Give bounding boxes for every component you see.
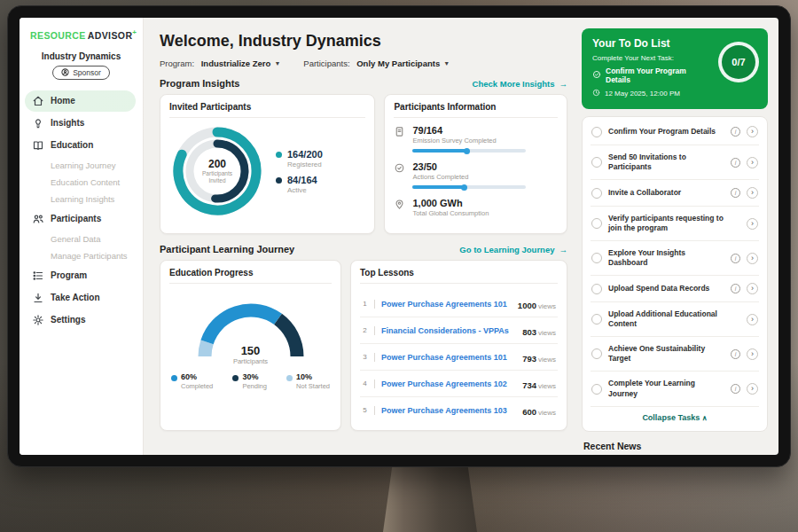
participants-filter-label: Participants:: [303, 59, 349, 68]
stat-actions-completed: 23/50 Actions Completed: [394, 161, 558, 189]
chevron-right-icon[interactable]: ›: [747, 348, 758, 360]
task-row[interactable]: Explore Your Insights Dashboard i ›: [591, 241, 759, 276]
legend-dot: [232, 375, 239, 381]
sponsor-badge-label: Sponsor: [73, 68, 101, 77]
collapse-tasks-button[interactable]: Collapse Tasks ∧: [591, 407, 759, 429]
clipboard-icon: [394, 125, 405, 153]
card-title: Participants Information: [394, 102, 558, 118]
divider: [374, 353, 375, 362]
divider: [374, 300, 375, 309]
book-icon: [32, 139, 44, 152]
sidebar: RESOURCEADVISOR+ Industry Dynamics Spons…: [20, 18, 144, 455]
progress-bar: [412, 185, 526, 189]
chevron-right-icon[interactable]: ›: [747, 157, 758, 168]
task-row[interactable]: Invite a Collaborator i ›: [591, 180, 759, 207]
legend-entry: 60% Completed: [171, 372, 213, 390]
sidebar-item-label: Take Action: [51, 293, 100, 302]
divider: [374, 326, 375, 335]
lessons-list: 1 Power Purchase Agreements 101 1000view…: [360, 291, 558, 423]
lesson-row: 5 Power Purchase Agreements 103 600views: [360, 397, 558, 423]
info-icon[interactable]: i: [731, 127, 740, 137]
chevron-right-icon[interactable]: ›: [747, 218, 758, 230]
sidebar-item-learning-journey[interactable]: Learning Journey: [20, 157, 143, 174]
sidebar-item-settings[interactable]: Settings: [25, 309, 136, 331]
sponsor-badge[interactable]: Sponsor: [52, 66, 110, 80]
chevron-right-icon[interactable]: ›: [747, 283, 758, 294]
task-row[interactable]: Complete Your Learning Journey i ›: [591, 372, 759, 406]
sidebar-item-education[interactable]: Education: [25, 135, 136, 156]
task-row[interactable]: Confirm Your Program Details i ›: [591, 119, 759, 145]
task-checkbox[interactable]: [591, 218, 602, 229]
download-icon: [32, 292, 44, 304]
lesson-link[interactable]: Power Purchase Agreements 102: [381, 379, 516, 388]
sidebar-item-home[interactable]: Home: [25, 90, 136, 112]
sidebar-item-participants[interactable]: Participants: [25, 208, 136, 230]
legend-dot: [171, 375, 177, 381]
info-icon[interactable]: i: [731, 284, 740, 293]
sidebar-item-general-data[interactable]: General Data: [20, 231, 143, 247]
task-checkbox[interactable]: [591, 314, 602, 325]
person-icon: [61, 68, 69, 76]
next-task-label[interactable]: Confirm Your Program Details: [606, 66, 712, 84]
legend-entry: 30% Pending: [232, 372, 267, 390]
chevron-right-icon[interactable]: ›: [747, 126, 758, 137]
legend-dot: [276, 177, 282, 184]
chevron-right-icon[interactable]: ›: [747, 187, 758, 199]
task-row[interactable]: Verify participants requesting to join t…: [591, 207, 759, 241]
chevron-right-icon[interactable]: ›: [747, 253, 758, 264]
info-icon[interactable]: i: [731, 254, 740, 263]
sidebar-item-manage-participants[interactable]: Manage Participants: [20, 247, 143, 264]
lesson-link[interactable]: Power Purchase Agreements 101: [381, 353, 516, 362]
logo-advisor: ADVISOR: [88, 30, 133, 41]
task-checkbox[interactable]: [591, 253, 602, 263]
task-row[interactable]: Achieve One Sustainability Target i ›: [591, 337, 759, 372]
sidebar-item-education-content[interactable]: Education Content: [20, 174, 143, 191]
main-content: Welcome, Industry Dynamics Program: Indu…: [144, 18, 578, 455]
chevron-right-icon[interactable]: ›: [747, 383, 758, 395]
program-select[interactable]: Industrialize Zero ▼: [201, 59, 281, 68]
task-checkbox[interactable]: [591, 284, 602, 294]
task-row[interactable]: Upload Spend Data Records i ›: [591, 276, 759, 302]
gear-icon: [32, 314, 44, 326]
participants-information-card: Participants Information 79/164 Emission…: [384, 94, 567, 234]
sidebar-item-learning-insights[interactable]: Learning Insights: [20, 191, 143, 207]
check-circle-icon: [592, 70, 601, 81]
task-checkbox[interactable]: [591, 348, 602, 359]
location-pin-icon: [394, 198, 405, 217]
program-filter: Program: Industrialize Zero ▼: [160, 59, 280, 68]
lesson-link[interactable]: Financial Considerations - VPPAs: [381, 326, 516, 335]
divider: [374, 406, 375, 415]
info-icon[interactable]: i: [731, 384, 740, 394]
legend-dot: [276, 152, 282, 158]
chevron-down-icon: ▼: [443, 60, 450, 66]
lesson-row: 1 Power Purchase Agreements 101 1000view…: [360, 291, 558, 317]
check-more-insights-link[interactable]: Check More Insights →: [473, 79, 567, 89]
info-icon[interactable]: i: [731, 349, 740, 359]
program-insights-title: Program Insights: [160, 78, 239, 89]
task-checkbox[interactable]: [591, 384, 602, 395]
task-row[interactable]: Send 50 Invitations to Participants i ›: [591, 145, 759, 180]
people-icon: [32, 213, 44, 225]
lesson-link[interactable]: Power Purchase Agreements 101: [381, 300, 512, 309]
sidebar-item-insights[interactable]: Insights: [25, 113, 136, 134]
check-circle-icon: [394, 161, 405, 189]
sidebar-nav: Home Insights Education Learning Journey…: [20, 90, 143, 331]
participants-filter: Participants: Only My Participants ▼: [303, 59, 450, 68]
task-checkbox[interactable]: [591, 157, 602, 168]
lesson-link[interactable]: Power Purchase Agreements 103: [381, 406, 516, 415]
sidebar-item-program[interactable]: Program: [25, 265, 136, 286]
info-icon[interactable]: i: [731, 158, 740, 168]
sidebar-item-label: Home: [51, 96, 75, 106]
card-title: Top Lessons: [360, 268, 558, 284]
lesson-row: 2 Financial Considerations - VPPAs 803vi…: [360, 317, 558, 344]
sidebar-item-take-action[interactable]: Take Action: [25, 287, 136, 309]
lesson-row: 3 Power Purchase Agreements 101 793views: [360, 344, 558, 371]
task-checkbox[interactable]: [591, 127, 602, 137]
chevron-right-icon[interactable]: ›: [747, 314, 758, 325]
participants-select[interactable]: Only My Participants ▼: [356, 59, 450, 68]
task-checkbox[interactable]: [591, 188, 602, 199]
go-to-learning-journey-link[interactable]: Go to Learning Journey →: [459, 245, 567, 254]
task-row[interactable]: Upload Additional Educational Content i …: [591, 302, 759, 337]
app-window: RESOURCEADVISOR+ Industry Dynamics Spons…: [20, 18, 778, 455]
info-icon[interactable]: i: [731, 188, 740, 198]
